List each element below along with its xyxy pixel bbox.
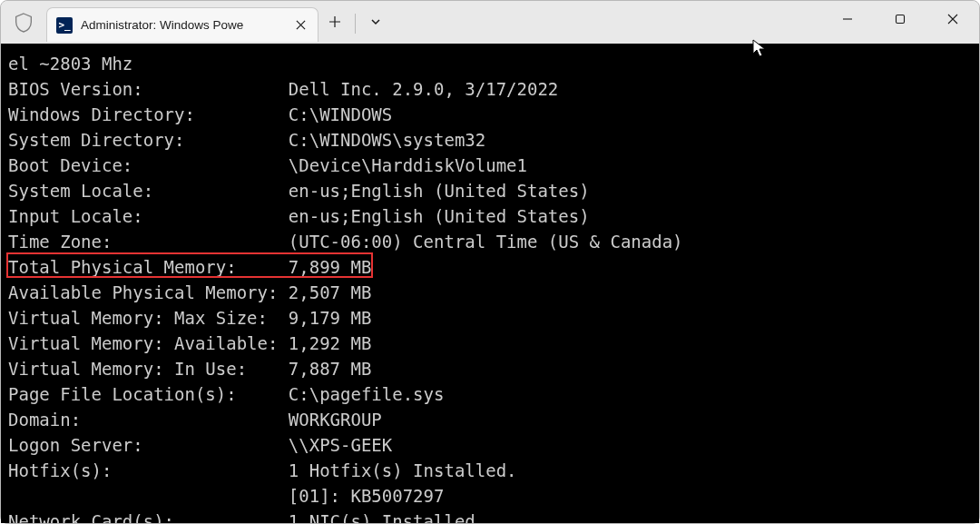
terminal-line: System Directory: C:\WINDOWS\system32 <box>8 127 979 153</box>
maximize-button[interactable] <box>874 1 926 37</box>
tab-close-button[interactable] <box>292 17 309 34</box>
terminal-line: Virtual Memory: Available: 1,292 MB <box>8 331 979 356</box>
terminal-line: Available Physical Memory: 2,507 MB <box>8 280 979 305</box>
window-controls <box>821 1 979 37</box>
terminal-line: Virtual Memory: Max Size: 9,179 MB <box>8 305 979 331</box>
terminal-line: BIOS Version: Dell Inc. 2.9.0, 3/17/2022 <box>8 76 979 102</box>
tab-dropdown-button[interactable] <box>359 4 392 40</box>
terminal-window: >_ Administrator: Windows Powe el ~2803 <box>0 0 980 524</box>
tab-title: Administrator: Windows Powe <box>81 18 284 32</box>
terminal-line: Total Physical Memory: 7,899 MB <box>8 254 979 280</box>
tab-separator <box>355 14 356 34</box>
terminal-line: Time Zone: (UTC-06:00) Central Time (US … <box>8 229 979 254</box>
new-tab-button[interactable] <box>318 4 351 40</box>
terminal-output[interactable]: el ~2803 MhzBIOS Version: Dell Inc. 2.9.… <box>1 44 979 523</box>
terminal-line: Network Card(s): 1 NIC(s) Installed. <box>8 509 979 523</box>
svg-rect-0 <box>897 15 905 24</box>
terminal-line: Virtual Memory: In Use: 7,887 MB <box>8 356 979 381</box>
terminal-line: Windows Directory: C:\WINDOWS <box>8 102 979 127</box>
titlebar: >_ Administrator: Windows Powe <box>1 1 979 44</box>
terminal-line: el ~2803 Mhz <box>8 51 979 76</box>
terminal-line: Input Locale: en-us;English (United Stat… <box>8 203 979 229</box>
terminal-line: [01]: KB5007297 <box>8 483 979 509</box>
tab-active[interactable]: >_ Administrator: Windows Powe <box>46 7 318 42</box>
minimize-button[interactable] <box>821 1 874 37</box>
terminal-line: Domain: WORKGROUP <box>8 407 979 432</box>
terminal-line: Logon Server: \\XPS-GEEK <box>8 432 979 458</box>
shield-icon <box>1 1 46 44</box>
terminal-line: Hotfix(s): 1 Hotfix(s) Installed. <box>8 458 979 483</box>
terminal-line: Boot Device: \Device\HarddiskVolume1 <box>8 153 979 178</box>
terminal-line: Page File Location(s): C:\pagefile.sys <box>8 381 979 407</box>
close-window-button[interactable] <box>926 1 979 37</box>
terminal-line: System Locale: en-us;English (United Sta… <box>8 178 979 203</box>
powershell-icon: >_ <box>56 17 73 34</box>
